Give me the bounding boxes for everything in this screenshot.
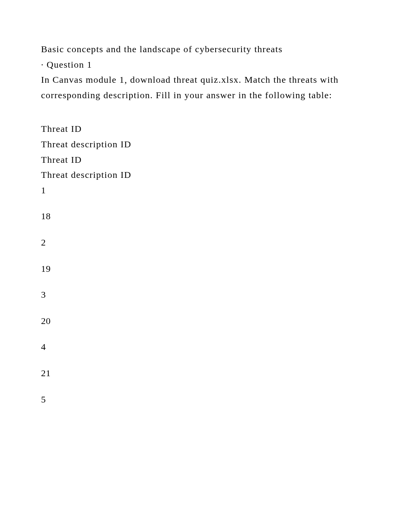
- number-line: 18: [41, 209, 376, 224]
- header-line: Threat ID: [41, 121, 376, 137]
- instructions: In Canvas module 1, download threat quiz…: [41, 72, 376, 103]
- number-line: 4: [41, 339, 376, 355]
- header-line: Threat description ID: [41, 137, 376, 152]
- number-line: 21: [41, 366, 376, 381]
- number-line: 1: [41, 183, 376, 198]
- number-line: 19: [41, 261, 376, 277]
- header-line: Threat description ID: [41, 167, 376, 183]
- number-line: 5: [41, 392, 376, 408]
- number-line: 2: [41, 235, 376, 251]
- number-line: 3: [41, 287, 376, 303]
- question-label: · Question 1: [41, 57, 376, 73]
- header-line: Threat ID: [41, 152, 376, 168]
- number-line: 20: [41, 314, 376, 329]
- title-line: Basic concepts and the landscape of cybe…: [41, 42, 376, 57]
- answer-list: Threat ID Threat description ID Threat I…: [41, 121, 376, 407]
- document-page: Basic concepts and the landscape of cybe…: [0, 0, 411, 532]
